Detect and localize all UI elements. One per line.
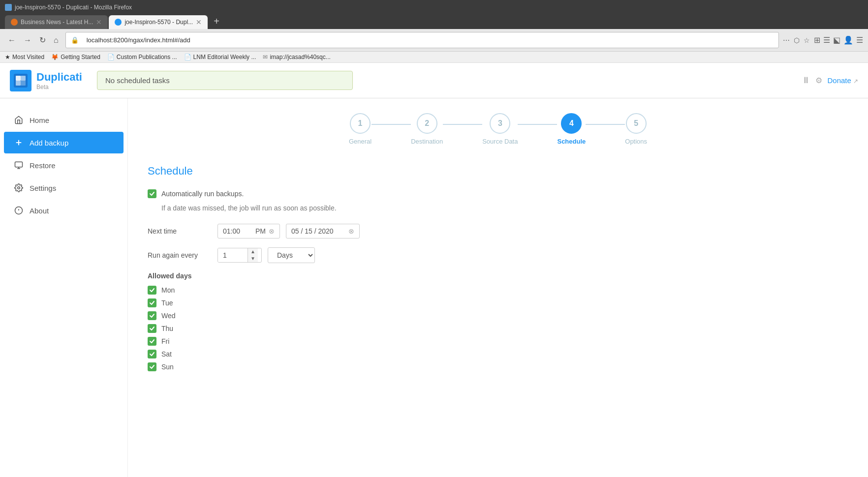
- back-button[interactable]: ←: [5, 35, 19, 46]
- forward-button[interactable]: →: [21, 35, 34, 46]
- checkbox-wed[interactable]: [148, 311, 156, 320]
- wizard-step-source-data: 3 Source Data: [482, 113, 518, 145]
- day-row-sun: Sun: [148, 362, 848, 371]
- wizard-step-destination: 2 Destination: [411, 113, 443, 145]
- app-logo: Duplicati Beta: [10, 70, 82, 91]
- time-period-label: PM: [255, 227, 266, 235]
- run-again-row: Run again every ▲ ▼ Days Hours Weeks Mon…: [148, 247, 848, 263]
- lock-icon: 🔒: [71, 36, 79, 44]
- tab-close-1[interactable]: ✕: [96, 18, 102, 26]
- auto-run-checkbox[interactable]: [148, 189, 156, 198]
- auto-run-label: Automatically run backups.: [161, 190, 244, 198]
- menu-icon[interactable]: ⋯: [783, 36, 790, 44]
- sidebar-item-home[interactable]: Home: [4, 109, 124, 131]
- bookmark-imap[interactable]: ✉ imap://jcasad%40sqc...: [263, 54, 330, 60]
- logo-text: Duplicati Beta: [36, 71, 82, 90]
- main-content: 1 General 2 Destination 3 Source Data: [128, 98, 868, 477]
- bookmark-lnm-editorial[interactable]: 📄 LNM Editorial Weekly ...: [184, 54, 256, 60]
- step-connector-1-2: [372, 124, 411, 125]
- day-label-sat: Sat: [161, 350, 172, 358]
- interval-input[interactable]: [218, 248, 248, 262]
- duplicati-logo-svg: [14, 74, 28, 88]
- home-icon: [14, 115, 24, 125]
- day-label-tue: Tue: [161, 299, 173, 307]
- logo-icon: [10, 70, 31, 91]
- checkbox-thu[interactable]: [148, 324, 156, 333]
- gear-icon: [14, 183, 24, 193]
- schedule-section: Schedule Automatically run backups. If a…: [148, 165, 848, 371]
- status-text: No scheduled tasks: [105, 76, 170, 85]
- checkbox-fri[interactable]: [148, 337, 156, 346]
- history-icon[interactable]: ☰: [823, 35, 830, 45]
- tab-business-news[interactable]: Business News - Latest H... ✕: [5, 15, 108, 29]
- tab-close-2[interactable]: ✕: [196, 18, 202, 26]
- home-nav-button[interactable]: ⌂: [51, 35, 62, 46]
- checkbox-sun[interactable]: [148, 362, 156, 371]
- sidebar-item-add-backup[interactable]: Add backup: [4, 132, 124, 153]
- schedule-title: Schedule: [148, 165, 848, 178]
- monitor-icon: [14, 160, 24, 170]
- step-label-general: General: [349, 138, 372, 145]
- step-label-source-data: Source Data: [482, 138, 518, 145]
- checkbox-tue[interactable]: [148, 298, 156, 307]
- sidebar-item-settings[interactable]: Settings: [4, 177, 124, 199]
- tabs-icon[interactable]: ⬕: [833, 35, 840, 45]
- tab-favicon-1: [11, 19, 18, 26]
- next-time-row: Next time PM ⊗ ⊗: [148, 224, 848, 238]
- step-connector-3-4: [518, 124, 557, 125]
- firefox-icon: 🦊: [51, 54, 59, 60]
- step-label-destination: Destination: [411, 138, 443, 145]
- time-clear-icon[interactable]: ⊗: [269, 227, 275, 235]
- tab-favicon-2: [115, 19, 122, 26]
- sidebar-item-about[interactable]: About: [4, 200, 124, 221]
- step-label-options: Options: [625, 138, 647, 145]
- reload-button[interactable]: ↻: [36, 34, 49, 46]
- bookmark-getting-started[interactable]: 🦊 Getting Started: [51, 54, 100, 60]
- bookmark-most-visited[interactable]: ★ Most Visited: [5, 54, 44, 60]
- mail-icon: ✉: [263, 54, 268, 60]
- run-again-label: Run again every: [148, 251, 212, 259]
- title-bar: joe-Inspiron-5570 - Duplicati - Mozilla …: [5, 4, 863, 14]
- pocket-icon[interactable]: ⬡: [794, 36, 800, 44]
- new-tab-button[interactable]: +: [209, 14, 224, 29]
- sidebar-toggle-icon[interactable]: ⊞: [814, 35, 820, 45]
- sidebar-item-restore[interactable]: Restore: [4, 154, 124, 176]
- step-circle-2: 2: [417, 113, 437, 134]
- auto-run-row: Automatically run backups.: [148, 189, 848, 198]
- tab-title-1: Business News - Latest H...: [21, 19, 93, 26]
- spin-down-button[interactable]: ▼: [248, 255, 258, 262]
- date-clear-icon[interactable]: ⊗: [348, 227, 354, 235]
- day-label-thu: Thu: [161, 325, 173, 332]
- wizard-step-options: 5 Options: [625, 113, 647, 145]
- sidebar-label-home: Home: [30, 116, 49, 124]
- spin-up-button[interactable]: ▲: [248, 248, 258, 255]
- browser-title: joe-Inspiron-5570 - Duplicati - Mozilla …: [15, 4, 132, 11]
- pause-button[interactable]: ⏸: [802, 75, 810, 86]
- hamburger-icon[interactable]: ☰: [856, 35, 863, 45]
- unit-select[interactable]: Days Hours Weeks Months: [268, 247, 315, 263]
- tab-duplicati[interactable]: joe-Inspiron-5570 - Dupl... ✕: [109, 15, 208, 29]
- step-connector-4-5: [586, 124, 625, 125]
- bookmark-custom-publications[interactable]: 📄 Custom Publications ...: [107, 54, 177, 60]
- nav-buttons: ← → ↻ ⌂: [5, 34, 62, 46]
- day-label-fri: Fri: [161, 337, 169, 345]
- star-url-icon[interactable]: ☆: [804, 36, 810, 44]
- sync-icon[interactable]: 👤: [843, 35, 853, 45]
- tabs-bar: Business News - Latest H... ✕ joe-Inspir…: [5, 14, 863, 29]
- checkbox-mon[interactable]: [148, 286, 156, 295]
- doc-icon-1: 📄: [107, 54, 115, 60]
- sidebar-label-add-backup: Add backup: [30, 139, 68, 147]
- date-value-input[interactable]: [291, 227, 345, 235]
- sidebar: Home Add backup: [0, 98, 128, 477]
- sidebar-label-settings: Settings: [30, 184, 56, 192]
- step-label-schedule: Schedule: [557, 138, 586, 145]
- missed-note: If a date was missed, the job will run a…: [161, 204, 848, 212]
- time-value-input[interactable]: [223, 227, 252, 235]
- checkbox-sat[interactable]: [148, 350, 156, 358]
- donate-link[interactable]: Donate ↗: [827, 76, 858, 85]
- svg-point-10: [18, 187, 20, 189]
- day-row-mon: Mon: [148, 286, 848, 295]
- url-input[interactable]: [82, 34, 774, 46]
- day-row-sat: Sat: [148, 350, 848, 358]
- step-circle-3: 3: [490, 113, 510, 134]
